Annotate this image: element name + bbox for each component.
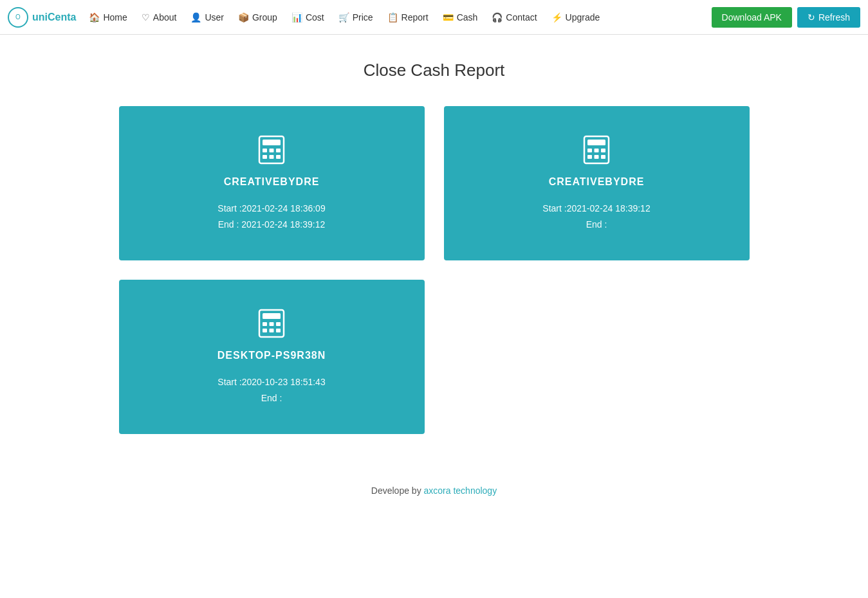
- main-content: Close Cash Report CREATIVEBYDRE Start :2…: [0, 35, 868, 460]
- nav-home[interactable]: 🏠 Home: [82, 7, 133, 28]
- brand-circle: O: [8, 7, 28, 28]
- svg-rect-1: [263, 140, 281, 145]
- cash-card-2[interactable]: CREATIVEBYDRE Start :2021-02-24 18:39:12…: [444, 106, 750, 260]
- group-icon: 📦: [238, 12, 249, 23]
- page-title: Close Cash Report: [13, 60, 855, 80]
- nav-cost[interactable]: 📊 Cost: [285, 7, 331, 28]
- nav-about[interactable]: ♡ About: [135, 7, 183, 28]
- footer-link[interactable]: axcora technology: [424, 485, 497, 496]
- nav-upgrade[interactable]: ⚡ Upgrade: [545, 7, 607, 28]
- card-1-end: End : 2021-02-24 18:39:12: [217, 217, 325, 233]
- svg-rect-17: [263, 313, 281, 319]
- svg-rect-23: [276, 329, 281, 332]
- nav-group[interactable]: 📦 Group: [232, 7, 284, 28]
- footer: Develope by axcora technology: [0, 460, 868, 509]
- card-3-info: Start :2020-10-23 18:51:43 End :: [217, 374, 325, 406]
- card-2-name: CREATIVEBYDRE: [549, 176, 645, 188]
- card-1-name: CREATIVEBYDRE: [224, 176, 320, 188]
- cards-row-2: DESKTOP-PS9R38N Start :2020-10-23 18:51:…: [80, 280, 788, 434]
- footer-text: Develope by: [371, 485, 424, 496]
- svg-rect-10: [587, 149, 592, 152]
- card-3-start: Start :2020-10-23 18:51:43: [217, 374, 325, 390]
- cash-icon: 💳: [443, 12, 454, 23]
- cash-card-3[interactable]: DESKTOP-PS9R38N Start :2020-10-23 18:51:…: [119, 280, 425, 434]
- card-3-end: End :: [217, 390, 325, 406]
- navbar: O uniCenta 🏠 Home ♡ About 👤 User 📦 Group: [0, 0, 868, 35]
- calculator-icon-1: [255, 134, 288, 168]
- download-apk-button[interactable]: Download APK: [712, 7, 792, 28]
- card-2-end: End :: [542, 217, 650, 233]
- svg-rect-5: [263, 155, 267, 159]
- cards-row-1: CREATIVEBYDRE Start :2021-02-24 18:36:09…: [80, 106, 788, 260]
- svg-rect-22: [270, 329, 274, 332]
- svg-rect-4: [276, 149, 281, 152]
- refresh-button[interactable]: ↻ Refresh: [797, 7, 860, 28]
- nav-contact[interactable]: 🎧 Contact: [485, 7, 543, 28]
- home-icon: 🏠: [89, 12, 100, 23]
- report-icon: 📋: [387, 12, 398, 23]
- contact-icon: 🎧: [492, 12, 503, 23]
- refresh-icon: ↻: [808, 12, 815, 23]
- brand-logo[interactable]: O uniCenta: [8, 7, 76, 28]
- svg-rect-13: [587, 155, 592, 159]
- svg-rect-6: [270, 155, 274, 159]
- card-1-start: Start :2021-02-24 18:36:09: [217, 201, 325, 217]
- cash-card-1[interactable]: CREATIVEBYDRE Start :2021-02-24 18:36:09…: [119, 106, 425, 260]
- nav-cash[interactable]: 💳 Cash: [436, 7, 485, 28]
- svg-rect-20: [276, 322, 281, 326]
- svg-rect-3: [270, 149, 274, 152]
- nav-menu: 🏠 Home ♡ About 👤 User 📦 Group 📊 Cost 🛒: [82, 7, 711, 28]
- svg-rect-11: [595, 149, 599, 152]
- svg-rect-2: [263, 149, 267, 152]
- card-3-name: DESKTOP-PS9R38N: [217, 350, 326, 361]
- upgrade-icon: ⚡: [551, 12, 562, 23]
- svg-rect-15: [601, 155, 605, 159]
- svg-rect-12: [601, 149, 605, 152]
- heart-icon: ♡: [142, 12, 150, 23]
- svg-rect-21: [263, 329, 267, 332]
- calculator-icon-2: [580, 134, 613, 168]
- price-icon: 🛒: [338, 12, 349, 23]
- svg-rect-9: [587, 140, 605, 145]
- card-2-start: Start :2021-02-24 18:39:12: [542, 201, 650, 217]
- svg-rect-14: [595, 155, 599, 159]
- svg-rect-19: [270, 322, 274, 326]
- user-icon: 👤: [190, 12, 201, 23]
- svg-rect-7: [276, 155, 281, 159]
- cost-icon: 📊: [291, 12, 302, 23]
- nav-report[interactable]: 📋 Report: [381, 7, 435, 28]
- calculator-icon-3: [255, 307, 288, 342]
- card-2-info: Start :2021-02-24 18:39:12 End :: [542, 201, 650, 233]
- nav-actions: Download APK ↻ Refresh: [712, 7, 860, 28]
- card-1-info: Start :2021-02-24 18:36:09 End : 2021-02…: [217, 201, 325, 233]
- nav-price[interactable]: 🛒 Price: [332, 7, 380, 28]
- brand-name: uniCenta: [32, 12, 76, 23]
- empty-placeholder: [444, 280, 750, 434]
- svg-rect-18: [263, 322, 267, 326]
- nav-user[interactable]: 👤 User: [184, 7, 230, 28]
